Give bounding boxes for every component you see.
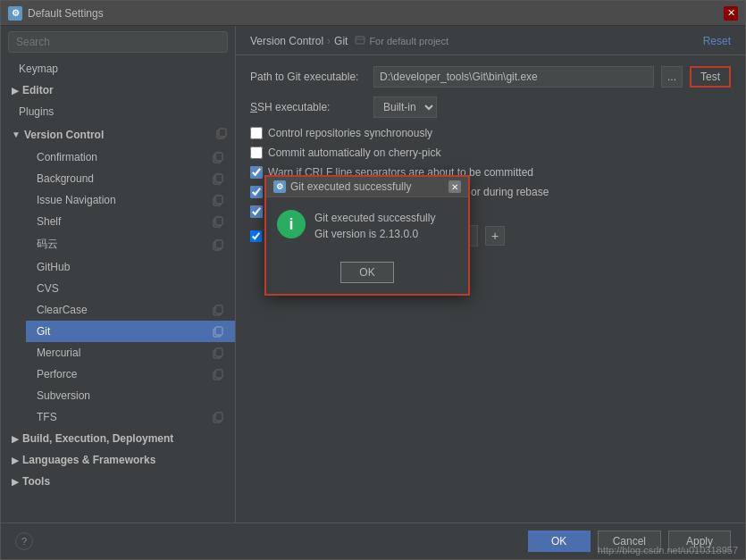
dialog-info-icon: i (277, 210, 306, 238)
info-circle: i (277, 210, 306, 238)
sidebar-section-version-control[interactable]: ▼ Version Control (1, 122, 235, 146)
svg-rect-11 (215, 240, 222, 248)
dialog-footer: OK (266, 255, 468, 294)
sidebar-item-mercurial[interactable]: Mercurial (26, 342, 235, 364)
git-path-input[interactable] (373, 66, 654, 88)
ssh-label-text: SSH executable: (250, 101, 330, 113)
sidebar-item-subversion[interactable]: Subversion (26, 385, 235, 406)
git-path-row: Path to Git executable: ... Test (250, 66, 731, 88)
checkbox-sync-row: Control repositories synchronously (250, 127, 731, 139)
sidebar: Keymap ▶ Editor Plugins ▼ Version Contro… (1, 26, 236, 522)
dialog-close-button[interactable]: ✕ (448, 180, 461, 193)
svg-rect-17 (215, 348, 222, 356)
sidebar-sub-vc: Confirmation Background Issue Navigation… (1, 146, 235, 428)
copy-icon-git (212, 325, 224, 338)
add-branch-button[interactable]: + (485, 226, 505, 246)
dialog-ok-button[interactable]: OK (340, 262, 393, 283)
sidebar-item-label: Subversion (37, 389, 90, 402)
sidebar-item-label: Mercurial (37, 347, 80, 359)
sidebar-item-gitee[interactable]: 码云 (26, 232, 235, 256)
sidebar-item-cvs[interactable]: CVS (26, 278, 235, 299)
sidebar-item-confirmation[interactable]: Confirmation (26, 146, 235, 168)
sidebar-item-clearcase[interactable]: ClearCase (26, 299, 235, 321)
breadcrumb: Version Control › Git For default projec… (250, 35, 448, 47)
panel-header: Version Control › Git For default projec… (236, 26, 745, 55)
svg-rect-21 (215, 413, 222, 421)
sidebar-item-label: Shelf (37, 215, 61, 228)
apply-button[interactable]: Apply (668, 531, 731, 552)
git-path-browse-button[interactable]: ... (661, 66, 683, 88)
dialog-body: i Git executed successfully Git version … (266, 197, 468, 255)
sidebar-section-languages[interactable]: ▶ Languages & Frameworks (1, 449, 235, 471)
sidebar-item-keymap[interactable]: Keymap (1, 58, 235, 79)
sidebar-item-plugins[interactable]: Plugins (1, 101, 235, 122)
ssh-row: SSH executable: Built-in (250, 96, 731, 118)
expand-arrow-languages: ▶ (12, 456, 19, 465)
checkbox-protected[interactable] (250, 205, 263, 218)
dialog-title-icon: ⚙ (273, 180, 286, 193)
sidebar-item-github[interactable]: GitHub (26, 256, 235, 278)
title-bar: ⚙ Default Settings ✕ (1, 1, 745, 26)
sidebar-item-issue-navigation[interactable]: Issue Navigation (26, 189, 235, 211)
window-close-button[interactable]: ✕ (724, 6, 738, 21)
cancel-button[interactable]: Cancel (598, 531, 661, 552)
expand-arrow-vc: ▼ (12, 130, 21, 139)
sidebar-item-label: 码云 (37, 237, 58, 252)
sidebar-item-label: Tools (22, 475, 50, 488)
dialog-title-bar: ⚙ Git executed successfully ✕ (266, 177, 468, 197)
expand-arrow-build: ▶ (12, 434, 19, 444)
sidebar-item-background[interactable]: Background (26, 168, 235, 189)
checkbox-protected2[interactable] (250, 230, 262, 242)
breadcrumb-part1: Version Control (250, 35, 323, 47)
svg-rect-5 (215, 174, 222, 182)
ssh-select[interactable]: Built-in (373, 96, 437, 118)
bottom-left: ? (15, 532, 33, 550)
copy-icon-perforce (212, 368, 224, 380)
sidebar-item-tfs[interactable]: TFS (26, 406, 235, 428)
bottom-bar-inner: ? OK Cancel Apply (15, 531, 731, 552)
info-icon-label: i (289, 215, 293, 234)
breadcrumb-sep: › (327, 35, 331, 47)
expand-arrow-editor: ▶ (12, 86, 19, 96)
search-input[interactable] (16, 36, 220, 48)
sidebar-item-shelf[interactable]: Shelf (26, 211, 235, 232)
checkbox-sync[interactable] (250, 127, 263, 139)
sidebar-item-label: TFS (37, 411, 57, 423)
git-success-dialog: ⚙ Git executed successfully ✕ i Git exec… (264, 175, 470, 296)
copy-icon-confirmation (212, 151, 224, 163)
svg-rect-22 (356, 37, 365, 44)
copy-icon-vc (215, 127, 228, 139)
sidebar-item-git[interactable]: Git (26, 321, 235, 342)
checkbox-detached[interactable] (250, 186, 263, 198)
search-box[interactable] (8, 31, 228, 53)
git-path-label: Path to Git executable: (250, 71, 366, 83)
svg-rect-19 (215, 370, 222, 378)
svg-rect-1 (219, 129, 226, 137)
checkbox-cherry-pick-row: Commit automatically on cherry-pick (250, 146, 731, 159)
sidebar-item-perforce[interactable]: Perforce (26, 364, 235, 385)
sidebar-section-build[interactable]: ▶ Build, Execution, Deployment (1, 428, 235, 449)
dialog-title-text: Git executed successfully (290, 180, 448, 193)
sidebar-item-label: ClearCase (37, 304, 88, 316)
sidebar-item-label: Issue Navigation (37, 194, 116, 206)
checkbox-crlf[interactable] (250, 166, 263, 179)
test-button[interactable]: Test (690, 66, 731, 88)
sidebar-section-tools[interactable]: ▶ Tools (1, 471, 235, 492)
copy-icon-tfs (212, 411, 224, 423)
expand-arrow-tools: ▶ (12, 477, 19, 487)
sidebar-section-editor[interactable]: ▶ Editor (1, 79, 235, 101)
window-title: Default Settings (28, 7, 724, 20)
sidebar-item-label: Background (37, 172, 94, 185)
help-button[interactable]: ? (15, 532, 33, 550)
copy-icon-background (212, 172, 224, 185)
reset-button[interactable]: Reset (703, 35, 731, 47)
project-icon (355, 35, 365, 46)
window-icon: ⚙ (8, 6, 22, 21)
ok-button[interactable]: OK (528, 531, 591, 552)
sidebar-item-label: CVS (37, 282, 59, 295)
checkbox-cherry-pick[interactable] (250, 146, 263, 159)
bottom-bar: ? OK Cancel Apply (1, 522, 745, 559)
bottom-right: OK Cancel Apply (528, 531, 731, 552)
dialog-message-line1: Git executed successfully (314, 210, 435, 226)
sidebar-item-label: Editor (22, 84, 54, 96)
